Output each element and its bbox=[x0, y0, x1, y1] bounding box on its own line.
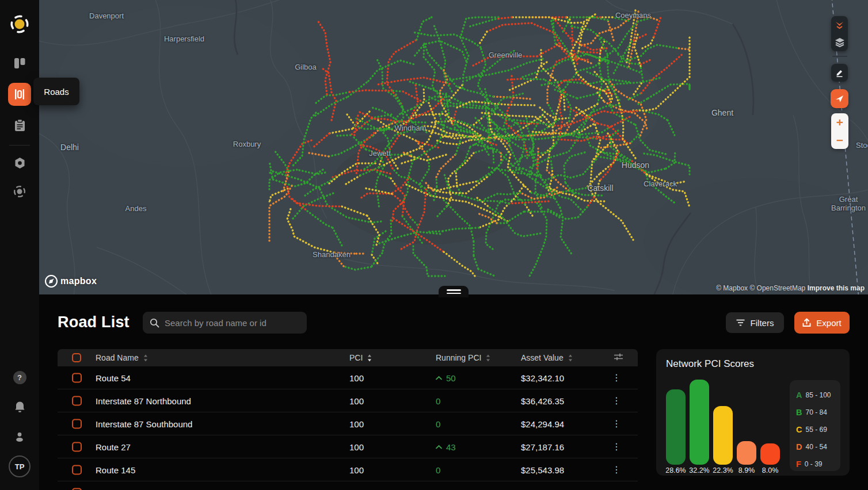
sort-icon[interactable] bbox=[486, 354, 490, 362]
map-label: Hudson bbox=[622, 160, 649, 170]
map-attribution: © Mapbox © OpenStreetMap Improve this ma… bbox=[716, 284, 865, 292]
select-tool-button[interactable] bbox=[831, 89, 848, 108]
row-menu-button[interactable]: ⋮ bbox=[612, 465, 621, 473]
pci-bar-A[interactable] bbox=[666, 389, 686, 465]
double-chevron-down-icon bbox=[835, 21, 844, 29]
running-pci-value: 0 bbox=[436, 396, 440, 405]
filter-icon bbox=[736, 319, 745, 326]
attribution-improve-link[interactable]: Improve this map bbox=[808, 284, 865, 292]
pci-legend-row: B70 - 84 bbox=[796, 404, 840, 421]
pci-legend-grade: C bbox=[796, 425, 802, 434]
panel-drag-handle[interactable] bbox=[439, 286, 469, 297]
running-pci-cell: 0 bbox=[436, 419, 440, 428]
attribution-mapbox[interactable]: © Mapbox bbox=[716, 284, 748, 292]
column-header-pci[interactable]: PCI bbox=[349, 353, 372, 362]
pci-legend-row: C55 - 69 bbox=[796, 421, 840, 438]
map-label: Davenport bbox=[89, 12, 124, 20]
sidebar-item-profile[interactable] bbox=[8, 426, 31, 449]
sidebar-item-assets[interactable] bbox=[8, 151, 31, 174]
search-icon bbox=[150, 318, 159, 328]
road-search[interactable] bbox=[143, 312, 307, 334]
pci-bar-B[interactable] bbox=[690, 380, 709, 465]
map-label: Great Barrington bbox=[824, 196, 868, 213]
sidebar-item-dashboard[interactable] bbox=[8, 52, 31, 75]
pci-bar-F[interactable] bbox=[760, 443, 780, 465]
zoom-out-button[interactable]: − bbox=[831, 131, 848, 149]
table-row[interactable]: Route 1451000$25,543.98⋮ bbox=[58, 458, 638, 481]
row-menu-button[interactable]: ⋮ bbox=[612, 396, 621, 404]
row-checkbox[interactable] bbox=[72, 488, 82, 490]
sidebar-item-notifications[interactable] bbox=[8, 396, 31, 419]
attribution-osm[interactable]: © OpenStreetMap bbox=[749, 284, 805, 292]
column-header-asset-value[interactable]: Asset Value bbox=[521, 353, 573, 362]
zoom-in-button[interactable]: + bbox=[831, 113, 848, 131]
running-pci-cell: 0 bbox=[436, 396, 440, 405]
row-menu-button[interactable]: ⋮ bbox=[612, 373, 621, 381]
pci-legend-range: 85 - 100 bbox=[805, 391, 831, 399]
sidebar-item-reports[interactable] bbox=[8, 114, 31, 137]
sidebar-item-roads[interactable] bbox=[8, 83, 31, 106]
mapbox-logo[interactable]: mapbox bbox=[45, 275, 97, 288]
column-settings-button[interactable] bbox=[614, 353, 623, 363]
map-basemap bbox=[39, 0, 868, 294]
pci-bar-value-label: 8.0% bbox=[762, 466, 779, 474]
row-checkbox[interactable] bbox=[72, 465, 82, 474]
help-icon: ? bbox=[13, 371, 26, 384]
map-label: Coeymans bbox=[615, 11, 651, 20]
draw-tool-button[interactable] bbox=[831, 64, 848, 82]
map-layers-button[interactable] bbox=[831, 33, 848, 51]
row-checkbox[interactable] bbox=[72, 442, 82, 451]
column-header-road-name[interactable]: Road Name bbox=[96, 353, 148, 362]
export-upload-icon bbox=[802, 318, 811, 327]
sidebar-item-help[interactable]: ? bbox=[8, 366, 31, 389]
sort-icon[interactable] bbox=[143, 354, 148, 362]
map-label: Jewett bbox=[369, 149, 391, 158]
table-row[interactable]: Interstate 87 Southbound1000$24,294.94⋮ bbox=[58, 412, 638, 435]
row-menu-button[interactable]: ⋮ bbox=[612, 419, 621, 427]
pci-bar-value-label: 32.2% bbox=[689, 466, 709, 474]
table-row-partial[interactable] bbox=[58, 481, 638, 490]
running-pci-value: 50 bbox=[446, 373, 456, 382]
row-menu-button[interactable]: ⋮ bbox=[612, 442, 621, 450]
map-label: Windham bbox=[395, 124, 427, 132]
sidebar-item-locate[interactable] bbox=[8, 180, 31, 203]
table-row[interactable]: Route 2710043$27,187.16⋮ bbox=[58, 435, 638, 458]
map-canvas[interactable]: DavenportHarpersfieldGilboaGreenvilleCoe… bbox=[39, 0, 868, 294]
running-pci-value: 0 bbox=[436, 465, 440, 474]
pci-legend-grade: B bbox=[796, 408, 802, 417]
roads-tooltip: Roads bbox=[33, 78, 79, 105]
map-label: Ghent bbox=[711, 108, 733, 117]
select-all-checkbox[interactable] bbox=[72, 353, 81, 362]
gps-target-icon bbox=[13, 185, 26, 198]
trend-up-icon bbox=[436, 376, 442, 380]
pci-bar-D[interactable] bbox=[737, 441, 756, 465]
table-row[interactable]: Route 5410050$32,342.10⋮ bbox=[58, 366, 638, 389]
column-header-running-pci[interactable]: Running PCI bbox=[436, 353, 490, 362]
map-label: Catskill bbox=[587, 183, 613, 193]
zoom-control-group: + − bbox=[831, 113, 848, 149]
user-avatar[interactable]: TP bbox=[9, 455, 31, 477]
app-logo[interactable] bbox=[8, 13, 31, 36]
pci-legend-grade: D bbox=[796, 442, 802, 451]
search-input[interactable] bbox=[165, 318, 300, 328]
bell-icon bbox=[13, 400, 26, 414]
row-checkbox[interactable] bbox=[72, 396, 82, 405]
filters-button[interactable]: Filters bbox=[726, 312, 784, 333]
page-title: Road List bbox=[58, 313, 130, 331]
sort-icon[interactable] bbox=[367, 354, 372, 362]
pci-bar-C[interactable] bbox=[713, 406, 733, 465]
map-label: Andes bbox=[125, 204, 147, 213]
sort-icon[interactable] bbox=[568, 354, 573, 362]
table-row[interactable]: Interstate 87 Northbound1000$36,426.35⋮ bbox=[58, 389, 638, 412]
running-pci-cell: 0 bbox=[436, 465, 440, 474]
collapse-layers-button[interactable] bbox=[831, 16, 848, 33]
row-checkbox[interactable] bbox=[72, 419, 82, 428]
layers-icon bbox=[835, 37, 845, 47]
running-pci-cell: 43 bbox=[436, 442, 456, 451]
asset-value-cell: $24,294.94 bbox=[521, 419, 564, 428]
row-checkbox[interactable] bbox=[72, 373, 82, 382]
pci-cell: 100 bbox=[349, 465, 364, 474]
dashboard-icon bbox=[13, 56, 26, 70]
export-button[interactable]: Export bbox=[794, 312, 850, 334]
pci-legend-row: A85 - 100 bbox=[796, 386, 840, 404]
